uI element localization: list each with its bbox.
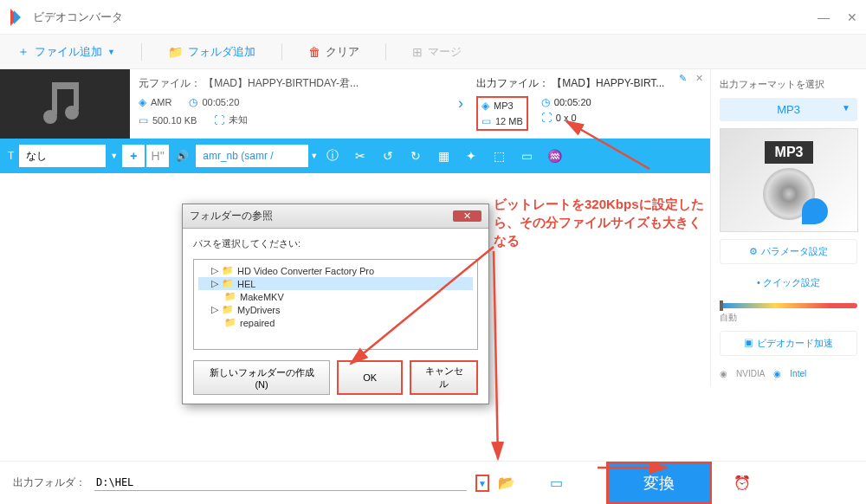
- dialog-close-button[interactable]: ✕: [453, 210, 481, 222]
- settings-icon: ⚙: [749, 246, 760, 256]
- divider: [141, 43, 142, 61]
- clear-button[interactable]: 🗑 クリア: [308, 44, 359, 60]
- format-icon: ◈: [139, 96, 146, 108]
- text-tool-icon: T: [4, 150, 17, 162]
- source-format: AMR: [151, 97, 171, 107]
- folder-plus-icon: 📁: [168, 45, 183, 59]
- codec-select[interactable]: [196, 145, 308, 167]
- info-button[interactable]: ⓘ: [320, 143, 346, 169]
- cancel-button[interactable]: キャンセル: [410, 360, 478, 395]
- slider-thumb[interactable]: [720, 300, 723, 311]
- remove-icon[interactable]: ✕: [695, 73, 703, 84]
- folder-icon: 📁: [224, 317, 236, 328]
- output-duration: 00:05:20: [554, 97, 591, 107]
- output-resolution: 0 x 0: [556, 113, 577, 123]
- add-folder-label: フォルダ追加: [188, 44, 255, 60]
- source-resolution: 未知: [229, 113, 248, 126]
- side-title: 出力フォーマットを選択: [720, 78, 857, 91]
- output-label: 出力ファイル：: [476, 77, 549, 89]
- clock-icon: ◷: [189, 96, 197, 108]
- close-button[interactable]: ✕: [847, 10, 857, 24]
- app-logo-icon: [9, 9, 26, 26]
- minimize-button[interactable]: —: [818, 10, 830, 24]
- tool-strip: T ▼ + H'' 🔊 ▼ ⓘ ✂ ↺ ↻ ▦ ✦ ⬚ ▭ ♒: [0, 139, 710, 173]
- parameter-settings-button[interactable]: ⚙ パラメータ設定: [720, 239, 857, 264]
- source-filename: 【MAD】HAPPY-BIRTHDAY-君...: [204, 77, 359, 89]
- schedule-button[interactable]: ⏰: [734, 475, 751, 491]
- output-path-input[interactable]: [94, 475, 467, 491]
- tree-item[interactable]: ▷📁HEL: [198, 277, 473, 290]
- text-input[interactable]: [19, 145, 106, 167]
- output-size: 12 MB: [495, 116, 523, 126]
- output-filename: 【MAD】HAPPY-BIRT...: [552, 77, 664, 89]
- new-folder-button[interactable]: 新しいフォルダーの作成(N): [193, 360, 330, 395]
- tree-item[interactable]: 📁MakeMKV: [198, 290, 473, 303]
- merge-button[interactable]: ⊞ マージ: [412, 44, 462, 60]
- path-dropdown-button[interactable]: ▼: [475, 475, 489, 492]
- file-row: 元ファイル： 【MAD】HAPPY-BIRTHDAY-君... ◈AMR ◷00…: [0, 69, 710, 139]
- output-format: MP3: [494, 100, 514, 111]
- rotate-right-button[interactable]: ↻: [403, 143, 429, 169]
- ok-button[interactable]: OK: [337, 360, 403, 395]
- merge-label: マージ: [428, 44, 462, 60]
- open-folder-button[interactable]: 📂: [498, 475, 515, 491]
- sound-icon: 🔊: [171, 150, 194, 162]
- quality-slider[interactable]: [720, 303, 857, 308]
- add-file-label: ファイル追加: [35, 44, 102, 60]
- effect-button[interactable]: ✦: [458, 143, 484, 169]
- disc-icon: [763, 168, 815, 220]
- auto-label: 自動: [720, 312, 857, 324]
- trash-icon: 🗑: [308, 45, 320, 59]
- folder-tree[interactable]: ▷📁HD Video Converter Factory Pro ▷📁HEL 📁…: [193, 259, 478, 350]
- expand-icon: ⛶: [214, 114, 224, 126]
- annotation-text: ビットレートを320Kbpsに設定したら、その分ファイルサイズも大きくなる: [494, 195, 706, 249]
- clock-icon: ◷: [541, 96, 550, 108]
- rotate-left-button[interactable]: ↺: [375, 143, 401, 169]
- dropdown-icon[interactable]: ▼: [107, 152, 120, 160]
- svg-point-3: [43, 110, 57, 124]
- side-panel: 出力フォーマットを選択 MP3 MP3 ⚙ パラメータ設定 • クイック設定 自…: [710, 69, 866, 387]
- quick-settings-button[interactable]: • クイック設定: [720, 271, 857, 294]
- library-button[interactable]: ▭: [550, 475, 563, 491]
- dropdown-icon[interactable]: ▼: [310, 152, 318, 160]
- source-info: 元ファイル： 【MAD】HAPPY-BIRTHDAY-君... ◈AMR ◷00…: [130, 69, 454, 138]
- convert-button[interactable]: 変換: [606, 462, 712, 505]
- chevron-right-icon: ›: [454, 94, 468, 113]
- cut-button[interactable]: ✂: [347, 143, 373, 169]
- output-folder-label: 出力フォルダ：: [13, 475, 86, 490]
- folder-icon: 📁: [222, 304, 234, 315]
- edit-icon[interactable]: ✎: [679, 73, 687, 84]
- watermark-button[interactable]: ⬚: [486, 143, 512, 169]
- crop-button[interactable]: ▦: [430, 143, 456, 169]
- tree-item[interactable]: 📁repaired: [198, 316, 473, 329]
- dialog-buttons: 新しいフォルダーの作成(N) OK キャンセル: [193, 360, 478, 395]
- folder-icon: ▭: [139, 114, 148, 126]
- intel-icon: ◉: [773, 369, 781, 378]
- expand-icon: ⛶: [541, 112, 552, 124]
- add-button[interactable]: +: [122, 145, 145, 167]
- app-title: ビデオコンバータ: [33, 10, 123, 25]
- clear-label: クリア: [326, 44, 359, 60]
- format-icon: ◈: [481, 100, 489, 112]
- tree-item[interactable]: ▷📁HD Video Converter Factory Pro: [198, 264, 473, 277]
- svg-point-4: [65, 106, 79, 120]
- output-info: ✎ ✕ 出力ファイル： 【MAD】HAPPY-BIRT... ◈MP3 ▭12 …: [468, 69, 710, 138]
- folder-icon: ▭: [481, 115, 491, 127]
- add-folder-button[interactable]: 📁 フォルダ追加: [168, 44, 255, 60]
- dialog-titlebar[interactable]: フォルダーの参照 ✕: [183, 204, 488, 229]
- h-button[interactable]: H'': [146, 145, 169, 167]
- bullet-icon: •: [757, 277, 763, 288]
- thumbnail[interactable]: [0, 69, 130, 139]
- source-size: 500.10 KB: [152, 115, 197, 126]
- equalizer-button[interactable]: ♒: [541, 143, 567, 169]
- tree-item[interactable]: ▷📁MyDrivers: [198, 303, 473, 316]
- gpu-accel-button[interactable]: ▣ ビデオカード加速: [720, 331, 857, 356]
- add-file-button[interactable]: ＋ ファイル追加 ▼: [17, 44, 115, 60]
- bottom-bar: 出力フォルダ： ▼ 📂 ▭ 変換 ⏰: [0, 461, 866, 504]
- dialog-title-text: フォルダーの参照: [190, 209, 273, 223]
- format-select[interactable]: MP3: [720, 98, 857, 121]
- divider: [385, 43, 386, 61]
- format-preview[interactable]: MP3: [720, 128, 858, 232]
- subtitle-button[interactable]: ▭: [514, 143, 540, 169]
- nvidia-icon: ◉: [720, 369, 727, 378]
